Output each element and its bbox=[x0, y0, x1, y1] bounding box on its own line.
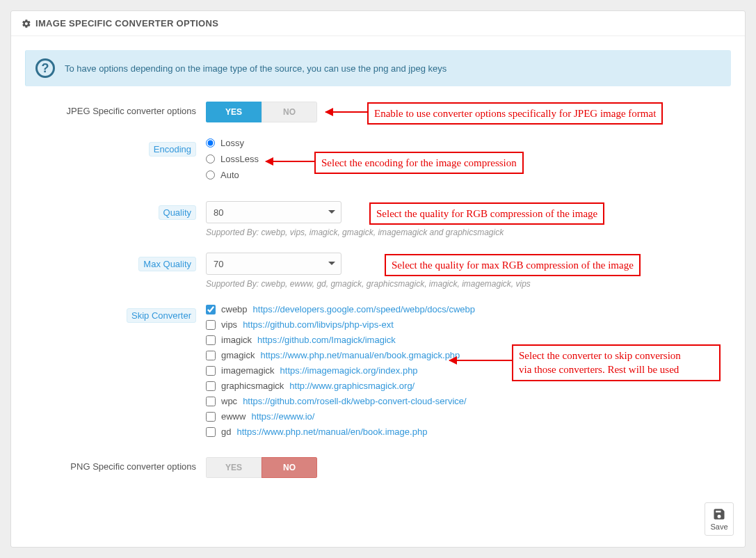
skip-item-name: vips bbox=[221, 319, 237, 330]
panel-header: IMAGE SPECIFIC CONVERTER OPTIONS bbox=[11, 11, 745, 36]
skip-item-name: imagick bbox=[221, 335, 252, 345]
jpeg-toggle-yes[interactable]: YES bbox=[206, 102, 262, 122]
settings-panel: IMAGE SPECIFIC CONVERTER OPTIONS ? To ha… bbox=[10, 10, 746, 548]
skip-checkbox-gd[interactable] bbox=[206, 427, 216, 437]
annotation-skip: Select the converter to skip conversion … bbox=[512, 344, 721, 381]
jpeg-toggle-row: JPEG Specific converter options YES NO E… bbox=[25, 102, 731, 122]
skip-item-link[interactable]: https://www.php.net/manual/en/book.gmagi… bbox=[260, 350, 460, 360]
skip-item-link[interactable]: https://github.com/Imagick/imagick bbox=[257, 335, 396, 345]
quality-label: Quality bbox=[159, 205, 196, 220]
png-toggle-row: PNG Specific converter options YES NO bbox=[25, 457, 731, 478]
max-quality-help: Supported By: cwebp, ewww, gd, gmagick, … bbox=[206, 279, 731, 289]
quality-select[interactable]: 80 bbox=[206, 201, 341, 223]
skip-item-link[interactable]: https://www.php.net/manual/en/book.image… bbox=[236, 427, 427, 437]
gear-icon bbox=[22, 19, 31, 29]
skip-item-name: gd bbox=[221, 427, 231, 437]
question-icon: ? bbox=[35, 58, 55, 78]
skip-checkbox-imagemagick[interactable] bbox=[206, 366, 216, 376]
skip-item-vips: vipshttps://github.com/libvips/php-vips-… bbox=[206, 319, 731, 330]
skip-checkbox-vips[interactable] bbox=[206, 320, 216, 330]
info-alert: ? To have options depending on the image… bbox=[25, 50, 731, 86]
skip-checkbox-ewww[interactable] bbox=[206, 412, 216, 422]
skip-item-link[interactable]: http://www.graphicsmagick.org/ bbox=[289, 381, 415, 391]
encoding-radio-lossy[interactable] bbox=[206, 138, 215, 148]
skip-checkbox-wpc[interactable] bbox=[206, 397, 216, 406]
skip-item-link[interactable]: https://ewww.io/ bbox=[251, 411, 314, 422]
jpeg-toggle-no[interactable]: NO bbox=[262, 102, 317, 122]
skip-checkbox-cwebp[interactable] bbox=[206, 305, 216, 314]
encoding-row: Encoding Lossy LossLess Auto Select the … bbox=[25, 138, 731, 186]
skip-item-graphicsmagick: graphicsmagickhttp://www.graphicsmagick.… bbox=[206, 381, 731, 391]
png-toggle-yes[interactable]: YES bbox=[206, 457, 262, 478]
panel-title: IMAGE SPECIFIC CONVERTER OPTIONS bbox=[35, 18, 218, 29]
quality-help: Supported By: cwebp, vips, imagick, gmag… bbox=[206, 228, 731, 237]
quality-row: Quality 80 Supported By: cwebp, vips, im… bbox=[25, 201, 731, 237]
png-toggle-label: PNG Specific converter options bbox=[25, 457, 206, 472]
skip-item-link[interactable]: https://github.com/libvips/php-vips-ext bbox=[243, 319, 394, 330]
skip-item-imagick: imagickhttps://github.com/Imagick/imagic… bbox=[206, 335, 731, 345]
skip-converter-label: Skip Converter bbox=[127, 308, 196, 323]
panel-body: ? To have options depending on the image… bbox=[11, 36, 745, 500]
save-icon bbox=[712, 507, 726, 521]
png-toggle: YES NO bbox=[206, 457, 317, 478]
annotation-arrow bbox=[325, 111, 367, 113]
info-alert-text: To have options depending on the image t… bbox=[65, 63, 447, 74]
skip-item-name: graphicsmagick bbox=[221, 381, 284, 391]
annotation-jpeg-toggle: Enable to use converter options specific… bbox=[367, 102, 663, 125]
skip-checkbox-gmagick[interactable] bbox=[206, 351, 216, 360]
skip-item-name: imagemagick bbox=[221, 365, 275, 376]
annotation-arrow bbox=[449, 360, 512, 361]
skip-item-wpc: wpchttps://github.com/rosell-dk/webp-con… bbox=[206, 396, 731, 406]
jpeg-toggle-label: JPEG Specific converter options bbox=[25, 102, 206, 116]
encoding-radio-auto[interactable] bbox=[206, 170, 215, 180]
skip-item-gd: gdhttps://www.php.net/manual/en/book.ima… bbox=[206, 427, 731, 437]
skip-item-cwebp: cwebphttps://developers.google.com/speed… bbox=[206, 304, 731, 314]
skip-item-name: ewww bbox=[221, 411, 246, 422]
png-toggle-no[interactable]: NO bbox=[262, 457, 317, 478]
skip-item-name: cwebp bbox=[221, 304, 248, 314]
max-quality-label: Max Quality bbox=[138, 257, 196, 271]
skip-item-name: gmagick bbox=[221, 350, 255, 360]
skip-converter-row: Skip Converter cwebphttps://developers.g… bbox=[25, 304, 731, 442]
skip-item-link[interactable]: https://github.com/rosell-dk/webp-conver… bbox=[243, 396, 467, 406]
skip-item-link[interactable]: https://imagemagick.org/index.php bbox=[280, 365, 418, 376]
annotation-arrow bbox=[266, 161, 314, 162]
encoding-radio-lossless[interactable] bbox=[206, 154, 215, 164]
max-quality-select[interactable]: 70 bbox=[206, 253, 341, 275]
skip-item-name: wpc bbox=[221, 396, 237, 406]
annotation-encoding: Select the encoding for the image compre… bbox=[314, 152, 524, 174]
save-button[interactable]: Save bbox=[705, 502, 734, 536]
jpeg-toggle: YES NO bbox=[206, 102, 317, 122]
skip-checkbox-graphicsmagick[interactable] bbox=[206, 381, 216, 391]
save-button-label: Save bbox=[710, 523, 727, 531]
skip-item-ewww: ewwwhttps://ewww.io/ bbox=[206, 411, 731, 422]
max-quality-row: Max Quality 70 Supported By: cwebp, ewww… bbox=[25, 253, 731, 289]
skip-checkbox-imagick[interactable] bbox=[206, 335, 216, 345]
encoding-option-lossy[interactable]: Lossy bbox=[206, 138, 731, 148]
encoding-label: Encoding bbox=[149, 142, 196, 157]
annotation-quality: Select the quality for RGB compression o… bbox=[369, 202, 604, 225]
skip-item-link[interactable]: https://developers.google.com/speed/webp… bbox=[253, 304, 475, 314]
annotation-max-quality: Select the quality for max RGB compressi… bbox=[385, 254, 641, 276]
